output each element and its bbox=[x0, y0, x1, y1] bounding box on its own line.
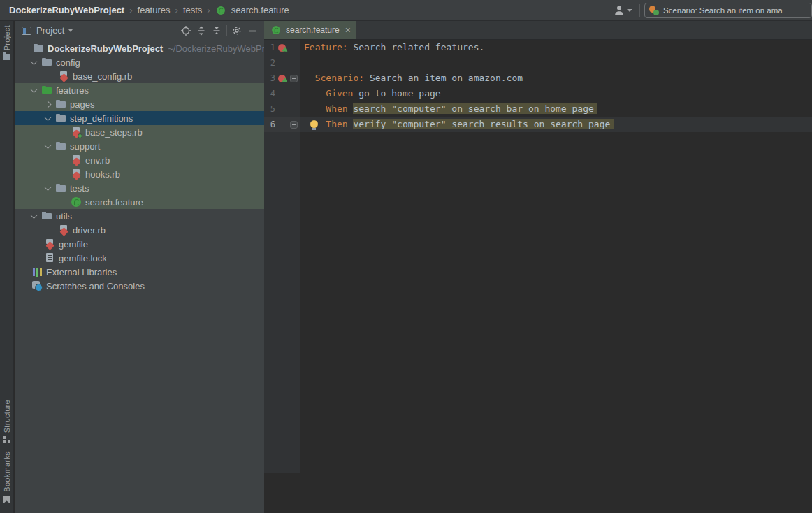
tree-item-base-steps-rb[interactable]: base_steps.rb bbox=[15, 125, 264, 139]
editor-line-3[interactable]: 3 Scenario: Search an item on amazon.com bbox=[264, 71, 812, 86]
breadcrumb-file[interactable]: search.feature bbox=[231, 5, 289, 15]
gutter: 4 bbox=[264, 86, 300, 101]
tree-item-external-libraries[interactable]: External Libraries bbox=[15, 265, 264, 279]
expand-all-button[interactable] bbox=[194, 23, 209, 38]
chevron-expanded-icon[interactable] bbox=[45, 184, 52, 191]
run-test-icon[interactable] bbox=[278, 75, 286, 82]
folder-icon bbox=[41, 57, 52, 68]
project-tool-window: Project bbox=[15, 21, 264, 513]
scratches-icon bbox=[31, 280, 43, 291]
editor-area: search.feature × 1 Feature: Search relat… bbox=[264, 21, 812, 513]
line-number: 1 bbox=[264, 40, 275, 55]
tree-item-search-feature[interactable]: search.feature bbox=[15, 195, 264, 209]
editor-empty-space[interactable] bbox=[264, 132, 812, 473]
code-text: Search an item on amazon.com bbox=[364, 73, 523, 83]
tree-item-features[interactable]: features bbox=[15, 83, 264, 97]
tree-item-utils[interactable]: utils bbox=[15, 209, 264, 223]
gutter: 3 bbox=[264, 71, 300, 86]
tool-stripe-bookmarks[interactable]: Bookmarks bbox=[3, 447, 11, 507]
tree-item-config[interactable]: config bbox=[15, 55, 264, 69]
cucumber-run-config-icon bbox=[649, 6, 659, 15]
tree-item-label: External Libraries bbox=[46, 267, 117, 277]
cucumber-icon bbox=[71, 196, 82, 208]
tree-item-label: config bbox=[56, 57, 80, 68]
gherkin-keyword: Feature: bbox=[304, 42, 348, 52]
user-menu-button[interactable] bbox=[606, 5, 639, 16]
breadcrumb-project[interactable]: DockerizeRubyWebProject bbox=[9, 5, 124, 15]
line-number: 5 bbox=[264, 101, 275, 117]
tool-stripe-project-label: Project bbox=[3, 25, 11, 50]
chevron-expanded-icon[interactable] bbox=[45, 142, 52, 149]
tree-item-project-root[interactable]: DockerizeRubyWebProject ~/DockerizeRubyW… bbox=[15, 41, 264, 55]
tree-item-scratches-consoles[interactable]: Scratches and Consoles bbox=[15, 279, 264, 293]
settings-button[interactable] bbox=[229, 23, 245, 38]
tree-item-pages[interactable]: pages bbox=[15, 97, 264, 111]
tab-label: search.feature bbox=[286, 25, 340, 35]
gutter: 6 bbox=[264, 117, 300, 132]
indent bbox=[304, 73, 315, 83]
chevron-expanded-icon[interactable] bbox=[31, 86, 38, 93]
folder-icon bbox=[33, 43, 44, 54]
editor-tab-bar: search.feature × bbox=[264, 21, 812, 40]
gear-icon bbox=[231, 25, 242, 36]
fold-region-end-icon[interactable] bbox=[290, 121, 298, 129]
editor-line-5[interactable]: 5 When search "computer" on search bar o… bbox=[264, 101, 812, 117]
tree-item-label: gemfile.lock bbox=[59, 253, 107, 263]
gutter: 2 bbox=[264, 55, 300, 71]
tree-item-label: support bbox=[70, 141, 100, 152]
ruby-file-icon bbox=[58, 71, 69, 82]
collapse-all-button[interactable] bbox=[209, 23, 224, 38]
line-number: 4 bbox=[264, 86, 275, 101]
tree-item-label: base_config.rb bbox=[73, 71, 132, 82]
tree-item-base-config-rb[interactable]: base_config.rb bbox=[15, 69, 264, 83]
gutter: 5 bbox=[264, 101, 300, 117]
chevron-down-icon bbox=[68, 29, 73, 32]
project-tree: DockerizeRubyWebProject ~/DockerizeRubyW… bbox=[15, 40, 264, 293]
fold-region-icon[interactable] bbox=[290, 75, 298, 82]
tree-item-step-definitions[interactable]: step_definitions bbox=[15, 111, 264, 125]
tree-item-support[interactable]: support bbox=[15, 139, 264, 153]
breadcrumb-features[interactable]: features bbox=[138, 5, 171, 15]
run-configuration-selector[interactable]: Scenario: Search an item on ama bbox=[644, 3, 812, 18]
editor-line-1[interactable]: 1 Feature: Search related features. bbox=[264, 40, 812, 55]
chevron-expanded-icon[interactable] bbox=[45, 114, 52, 121]
ruby-file-icon bbox=[71, 154, 82, 166]
editor-line-4[interactable]: 4 Given go to home page bbox=[264, 86, 812, 101]
tree-item-label: features bbox=[56, 85, 89, 96]
line-number: 2 bbox=[264, 55, 275, 71]
locate-icon bbox=[180, 25, 191, 36]
test-folder-icon bbox=[41, 85, 52, 96]
editor-line-2[interactable]: 2 bbox=[264, 55, 812, 71]
indent bbox=[304, 88, 326, 99]
project-panel-title[interactable]: Project bbox=[36, 25, 64, 36]
tree-item-gemfile-lock[interactable]: gemfile.lock bbox=[15, 251, 264, 265]
folder-icon bbox=[55, 113, 66, 124]
folder-icon bbox=[55, 182, 66, 194]
tree-item-env-rb[interactable]: env.rb bbox=[15, 153, 264, 167]
editor-line-6-current[interactable]: 6 Then verify "computer" search results … bbox=[264, 117, 812, 132]
locate-file-button[interactable] bbox=[178, 23, 194, 38]
breadcrumb-tests[interactable]: tests bbox=[183, 5, 202, 15]
tree-item-hooks-rb[interactable]: hooks.rb bbox=[15, 167, 264, 181]
hide-panel-button[interactable] bbox=[245, 23, 260, 38]
chevron-expanded-icon[interactable] bbox=[31, 58, 38, 65]
tool-stripe-project[interactable]: Project bbox=[3, 21, 11, 64]
gutter: 1 bbox=[264, 40, 300, 55]
tab-search-feature[interactable]: search.feature × bbox=[264, 21, 356, 39]
chevron-collapsed-icon[interactable] bbox=[45, 101, 52, 108]
tree-item-label: DockerizeRubyWebProject bbox=[48, 43, 163, 54]
close-icon[interactable]: × bbox=[345, 25, 351, 35]
tree-item-label: hooks.rb bbox=[85, 169, 120, 180]
tree-item-label: search.feature bbox=[85, 197, 143, 208]
ruby-file-icon bbox=[71, 168, 82, 180]
indent bbox=[304, 103, 326, 114]
tree-item-driver-rb[interactable]: driver.rb bbox=[15, 223, 264, 237]
code-editor: 1 Feature: Search related features. 2 3 bbox=[264, 40, 812, 513]
tool-stripe-structure[interactable]: Structure bbox=[3, 396, 11, 447]
tree-item-gemfile[interactable]: gemfile bbox=[15, 237, 264, 251]
intention-lightbulb-icon[interactable] bbox=[310, 120, 318, 128]
cucumber-icon bbox=[271, 25, 281, 35]
chevron-expanded-icon[interactable] bbox=[31, 212, 38, 219]
tree-item-tests[interactable]: tests bbox=[15, 181, 264, 195]
run-test-icon[interactable] bbox=[278, 44, 286, 52]
